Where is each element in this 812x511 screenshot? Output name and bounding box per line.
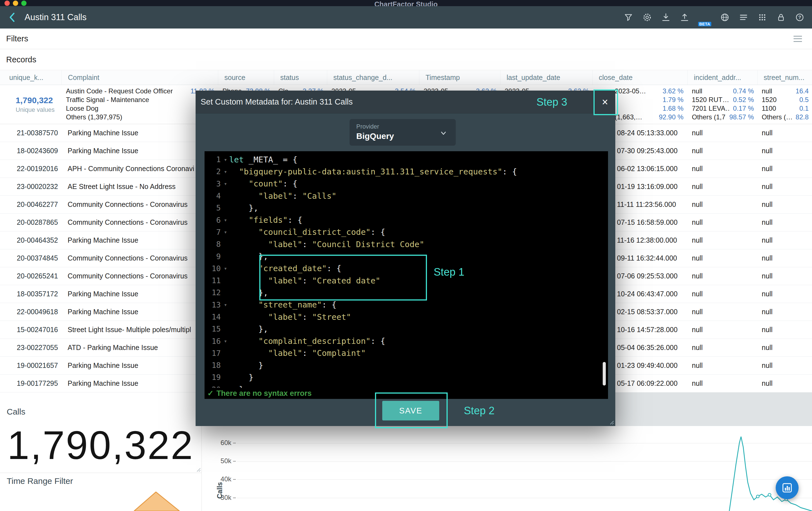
line-number: 19 — [205, 373, 222, 381]
code-text: } — [229, 373, 254, 382]
set-custom-metadata-modal: Set Custom Metadata for: Austin 311 Call… — [196, 91, 615, 426]
code-line: 12 }, — [205, 286, 608, 299]
code-line: 2▾ "bigquery-public-data:austin_311.311_… — [205, 166, 608, 177]
line-number: 7 — [205, 228, 222, 236]
fold-caret-icon[interactable]: ▾ — [222, 217, 229, 223]
row-complaint: Community Connections - Coronavirus — [61, 218, 218, 226]
row-complaint: Parking Machine Issue — [61, 362, 218, 370]
line-number: 9 — [205, 252, 222, 261]
fold-caret-icon[interactable]: ▾ — [222, 338, 229, 344]
code-line: 3▾ "count": { — [205, 178, 608, 190]
viz-settings-icon[interactable] — [642, 12, 652, 22]
add-chart-fab[interactable] — [776, 476, 799, 499]
row-complaint: Community Connections - Coronavirus — [61, 272, 218, 280]
fold-caret-icon[interactable]: ▾ — [222, 229, 229, 235]
code-line: 20 } — [205, 384, 608, 388]
fold-caret-icon[interactable]: ▾ — [222, 301, 229, 308]
code-line: 9 }, — [205, 250, 608, 262]
row-incident-address: null — [687, 290, 757, 298]
help-icon[interactable]: ? — [795, 12, 805, 22]
code-text: "created_date": { — [229, 264, 342, 273]
step2-label: Step 2 — [464, 405, 495, 417]
editor-scrollbar-thumb[interactable] — [603, 362, 606, 386]
list-icon[interactable] — [738, 12, 749, 22]
row-id: 18-00357172 — [0, 290, 61, 298]
line-number: 4 — [205, 192, 222, 200]
row-id: 23-00020232 — [0, 182, 61, 191]
row-complaint: AE Street Light Issue - No Address — [61, 182, 218, 191]
row-complaint: APH - Community Connections Coronavi — [61, 165, 218, 173]
fold-caret-icon[interactable]: ▾ — [222, 265, 229, 272]
column-header[interactable]: last_update_date — [500, 70, 592, 85]
chevron-down-icon — [439, 129, 447, 137]
code-line: 15 }, — [205, 323, 608, 335]
top-value-line: 1520 RUT…0.52 % — [692, 95, 754, 104]
column-header[interactable]: source — [218, 70, 274, 85]
row-id: 19-00177295 — [0, 379, 61, 388]
fold-caret-icon[interactable]: ▾ — [222, 168, 229, 175]
modal-close-button[interactable]: × — [599, 95, 611, 109]
globe-icon[interactable] — [720, 12, 730, 22]
line-number: 18 — [205, 361, 222, 370]
y-tick-mark — [233, 479, 236, 480]
line-number: 13 — [205, 301, 222, 309]
line-number: 8 — [205, 240, 222, 249]
top-value-line: 2023-05…3.62 % — [615, 87, 684, 95]
lock-icon[interactable] — [776, 12, 786, 22]
column-header[interactable]: unique_k... — [0, 70, 61, 85]
row-incident-address: null — [687, 362, 757, 370]
row-complaint: Street Light Issue- Multiple poles/multi… — [61, 326, 218, 334]
beta-logo-icon[interactable]: BETA — [698, 11, 711, 24]
row-street-number: null — [757, 182, 812, 191]
code-line: 17 "label": "Complaint" — [205, 347, 608, 359]
modal-resize-handle-icon[interactable] — [608, 419, 614, 425]
code-lines: 1▾let _META_ = {2▾ "bigquery-public-data… — [205, 153, 608, 388]
column-header[interactable]: status — [274, 70, 327, 85]
calls-line-chart[interactable] — [715, 430, 812, 511]
row-id: 20-00464352 — [0, 236, 61, 244]
filter-icon[interactable] — [624, 12, 634, 22]
column-header[interactable]: incident_addr... — [687, 70, 757, 85]
row-id: 22-00049618 — [0, 308, 61, 316]
back-button[interactable] — [6, 10, 19, 25]
code-text: "label": "Council District Code" — [229, 239, 424, 249]
code-text: "label": "Calls" — [229, 191, 337, 201]
column-header[interactable]: Complaint — [61, 70, 218, 85]
filters-menu-icon[interactable] — [793, 36, 802, 42]
line-number: 5 — [205, 203, 222, 212]
line-number: 2 — [205, 167, 222, 176]
row-incident-address: null — [687, 236, 757, 244]
row-street-number: null — [757, 362, 812, 370]
column-header[interactable]: close_date — [592, 70, 687, 85]
column-header[interactable]: Timestamp — [419, 70, 500, 85]
row-id: 20-00462277 — [0, 200, 61, 208]
row-street-number: null — [757, 344, 812, 352]
row-id: 20-00265241 — [0, 272, 61, 280]
fold-caret-icon[interactable]: ▾ — [222, 180, 229, 187]
save-button[interactable]: SAVE — [382, 401, 439, 420]
beta-badge: BETA — [698, 22, 711, 26]
incident-address-top-values: null0.74 %1520 RUT…0.52 %7201 LEVA…0.17 … — [687, 85, 757, 124]
y-tick-label: 50k — [207, 457, 231, 465]
chevron-left-icon — [7, 12, 17, 23]
line-number: 11 — [205, 276, 222, 285]
column-header[interactable]: street_num... — [757, 70, 812, 85]
top-value-line: null16.4 — [762, 87, 809, 95]
grid-dots-icon[interactable] — [757, 12, 767, 22]
download-icon[interactable] — [661, 12, 671, 22]
top-value-line: (1,663,…92.90 % — [615, 113, 684, 121]
code-text: }, — [229, 252, 268, 261]
upload-icon[interactable] — [679, 12, 690, 22]
code-line: 4 "label": "Calls" — [205, 190, 608, 202]
fold-caret-icon[interactable]: ▾ — [222, 156, 229, 163]
column-header[interactable]: status_change_d... — [327, 70, 419, 85]
metadata-code-editor[interactable]: 1▾let _META_ = {2▾ "bigquery-public-data… — [205, 151, 608, 388]
code-line: 10▾ "created_date": { — [205, 262, 608, 275]
top-value-line: Others (1,397,975) — [66, 113, 214, 121]
row-id: 19-00021657 — [0, 362, 61, 370]
provider-select[interactable]: Provider BigQuery — [350, 119, 456, 146]
top-value-line: 11000.1 — [762, 104, 809, 113]
row-complaint: Community Connections - Coronavirus — [61, 200, 218, 208]
resize-handle-icon[interactable] — [195, 466, 201, 472]
time-range-area-chart[interactable] — [131, 491, 184, 511]
